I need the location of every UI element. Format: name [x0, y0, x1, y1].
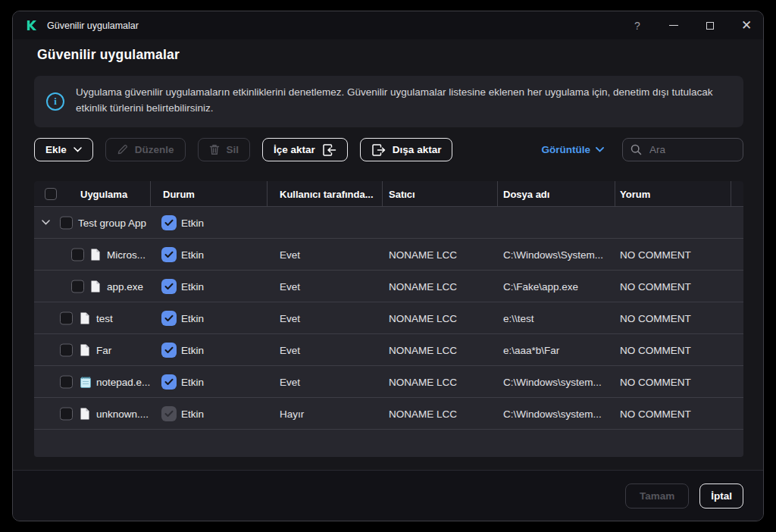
column-header-yorum[interactable]: Yorum — [620, 188, 650, 199]
export-button[interactable]: Dışa aktar — [360, 138, 453, 161]
table-row[interactable]: app.exeEtkinEvetNONAME LCCC:\Fake\app.ex… — [34, 271, 743, 302]
kaspersky-logo-icon — [25, 19, 38, 32]
toolbar: Ekle Düzenle Sil İçe aktar Dışa aktar Gö… — [34, 138, 743, 161]
chevron-down-icon — [74, 147, 82, 152]
status-checkbox[interactable] — [161, 374, 177, 390]
file-icon — [90, 248, 102, 261]
file-icon — [80, 311, 92, 324]
comment-value: NO COMMENT — [620, 312, 691, 324]
table-row[interactable]: Micros...EtkinEvetNONAME LCCC:\Windows\S… — [34, 239, 743, 271]
status-checkbox[interactable] — [161, 215, 177, 230]
view-dropdown-label: Görüntüle — [542, 144, 591, 155]
vendor-value: NONAME LCC — [389, 280, 457, 292]
table-row[interactable]: notepad.e...EtkinEvetNONAME LCCC:\Window… — [34, 366, 743, 398]
file-icon — [80, 407, 92, 420]
user-defined-value: Evet — [280, 376, 300, 387]
vendor-value: NONAME LCC — [389, 376, 457, 387]
expand-chevron-icon[interactable] — [42, 218, 51, 227]
search-icon — [630, 144, 642, 155]
application-name: unknown.... — [96, 408, 149, 419]
comment-value: NO COMMENT — [620, 280, 691, 292]
import-button-label: İçe aktar — [274, 144, 315, 155]
comment-value: NO COMMENT — [620, 344, 691, 355]
status-checkbox[interactable] — [161, 343, 177, 358]
add-button-label: Ekle — [45, 144, 67, 155]
user-defined-value: Hayır — [280, 408, 304, 419]
delete-button-label: Sil — [227, 144, 239, 155]
column-header-durum[interactable]: Durum — [163, 188, 195, 199]
ok-button[interactable]: Tamam — [625, 483, 689, 509]
window-title: Güvenilir uygulamalar — [47, 20, 139, 31]
status-checkbox[interactable] — [161, 311, 177, 326]
status-label: Etkin — [181, 217, 204, 228]
titlebar: Güvenilir uygulamalar ? ✕ — [13, 11, 763, 39]
column-header-dosya-adi[interactable]: Dosya adı — [503, 188, 549, 199]
application-name: Far — [96, 344, 111, 355]
file-path-value: C:\Windows\system... — [503, 376, 602, 387]
row-checkbox[interactable] — [60, 407, 73, 420]
column-header-uygulama[interactable]: Uygulama — [80, 188, 127, 199]
row-checkbox[interactable] — [60, 375, 73, 388]
add-button[interactable]: Ekle — [34, 138, 93, 161]
column-divider — [497, 181, 498, 206]
info-icon: i — [46, 92, 64, 111]
column-divider — [382, 181, 383, 206]
column-divider — [150, 181, 151, 206]
table-body: Test group AppEtkinMicros...EtkinEvetNON… — [34, 207, 743, 430]
table-row[interactable]: unknown....EtkinHayırNONAME LCCC:\Window… — [34, 398, 743, 430]
select-all-checkbox[interactable] — [45, 188, 57, 200]
row-checkbox[interactable] — [71, 280, 84, 293]
status-label: Etkin — [181, 376, 204, 387]
application-name: test — [96, 312, 113, 324]
view-dropdown[interactable]: Görüntüle — [542, 144, 605, 155]
user-defined-value: Evet — [280, 344, 300, 355]
column-header-kullanici[interactable]: Kullanıcı tarafında... — [280, 188, 374, 199]
file-icon — [90, 280, 102, 293]
import-icon — [322, 143, 336, 157]
cancel-button[interactable]: İptal — [699, 483, 743, 509]
column-header-satici[interactable]: Satıcı — [389, 188, 415, 199]
table-row[interactable]: Test group AppEtkin — [34, 207, 743, 239]
footer: Tamam İptal — [13, 470, 763, 521]
pencil-icon — [117, 144, 128, 155]
info-banner: i Uygulama güvenilir uygulamaların etkin… — [34, 76, 743, 127]
column-divider — [731, 181, 731, 206]
edit-button[interactable]: Düzenle — [105, 138, 186, 161]
user-defined-value: Evet — [280, 249, 300, 260]
close-icon[interactable]: ✕ — [736, 11, 757, 39]
status-checkbox[interactable] — [161, 247, 177, 262]
row-checkbox[interactable] — [60, 216, 73, 229]
row-checkbox[interactable] — [60, 311, 73, 324]
row-checkbox[interactable] — [60, 343, 73, 356]
file-path-value: C:\Windows\system... — [503, 408, 602, 419]
app-window: Güvenilir uygulamalar ? ✕ Güvenilir uygu… — [12, 11, 764, 521]
status-label: Etkin — [181, 312, 204, 324]
status-label: Etkin — [181, 344, 204, 355]
delete-button[interactable]: Sil — [198, 138, 251, 161]
page-title: Güvenilir uygulamalar — [37, 47, 180, 63]
maximize-icon[interactable] — [699, 11, 721, 39]
application-name: Micros... — [107, 249, 146, 260]
status-label: Etkin — [181, 280, 204, 292]
search-input[interactable] — [648, 143, 735, 156]
application-name: notepad.e... — [96, 376, 150, 387]
notepad-icon — [80, 375, 92, 388]
vendor-value: NONAME LCC — [389, 408, 457, 419]
status-checkbox[interactable] — [161, 279, 177, 294]
file-icon — [80, 343, 92, 356]
table-header: Uygulama Durum Kullanıcı tarafında... Sa… — [34, 181, 743, 207]
minimize-icon[interactable] — [663, 11, 684, 39]
status-checkbox — [161, 406, 177, 421]
row-checkbox[interactable] — [71, 248, 84, 261]
help-icon[interactable]: ? — [627, 11, 648, 39]
trash-icon — [209, 144, 220, 155]
table-row[interactable]: testEtkinEvetNONAME LCCe:\\testNO COMMEN… — [34, 302, 743, 334]
comment-value: NO COMMENT — [620, 376, 691, 387]
application-name: app.exe — [107, 280, 143, 292]
search-box[interactable] — [622, 138, 743, 161]
import-button[interactable]: İçe aktar — [262, 138, 348, 161]
file-path-value: C:\Windows\System... — [503, 249, 603, 260]
column-divider — [267, 181, 268, 206]
table-row[interactable]: FarEtkinEvetNONAME LCCe:\aaa*b\FarNO COM… — [34, 334, 743, 366]
info-banner-text: Uygulama güvenilir uygulamaların etkinli… — [76, 84, 732, 116]
